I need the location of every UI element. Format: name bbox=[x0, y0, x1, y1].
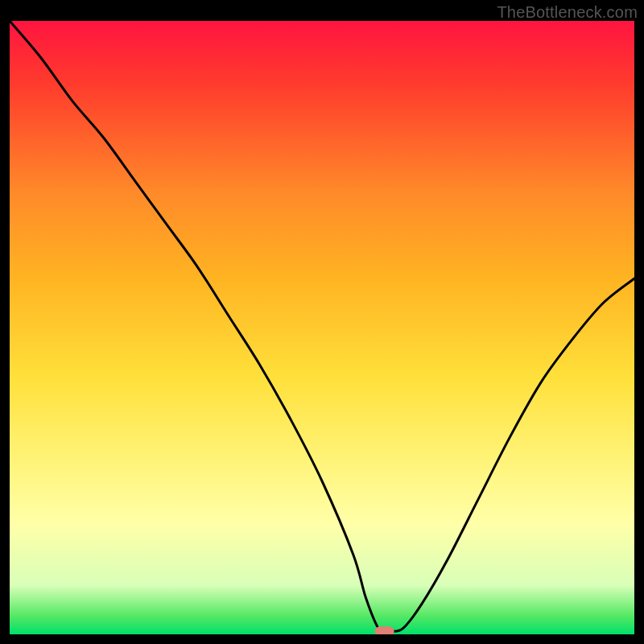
optimal-marker bbox=[375, 626, 394, 634]
chart-stage: TheBottleneck.com bbox=[0, 0, 644, 644]
gradient-background bbox=[10, 21, 634, 634]
watermark-text: TheBottleneck.com bbox=[497, 3, 638, 22]
bottleneck-plot-svg bbox=[10, 21, 634, 634]
bottleneck-plot bbox=[10, 21, 634, 634]
